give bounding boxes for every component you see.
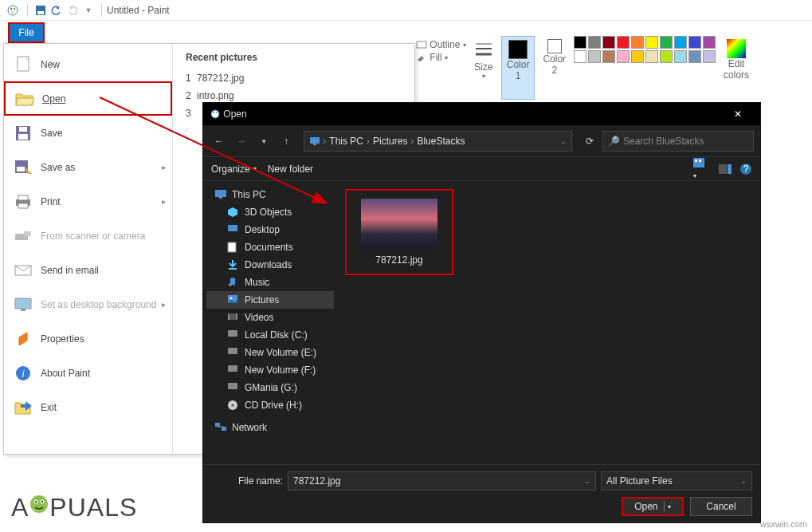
color-swatch[interactable] <box>688 36 701 49</box>
color-swatch[interactable] <box>574 36 586 49</box>
save-as-icon <box>12 158 34 177</box>
fill-button[interactable]: Fill ▾ <box>416 52 466 63</box>
help-icon[interactable]: ? <box>739 163 752 175</box>
file-list-pane[interactable]: 787212.jpg <box>337 181 760 464</box>
tree-videos[interactable]: Videos <box>206 309 334 326</box>
svg-rect-47 <box>228 313 229 320</box>
open-button[interactable]: Open ▾ <box>622 497 684 516</box>
color-swatch[interactable] <box>645 50 658 63</box>
organize-button[interactable]: Organize ▾ <box>211 164 257 175</box>
svg-rect-48 <box>236 313 237 320</box>
chevron-down-icon[interactable]: ⌄ <box>560 137 567 145</box>
close-icon[interactable]: ✕ <box>722 108 754 120</box>
color-swatch[interactable] <box>617 50 630 63</box>
qat-dropdown-icon[interactable]: ▼ <box>80 2 96 18</box>
tree-documents[interactable]: Documents <box>206 238 334 256</box>
drive-icon <box>227 382 240 393</box>
redo-qat-icon[interactable] <box>65 2 80 18</box>
outline-button[interactable]: Outline ▾ <box>416 39 466 50</box>
paint-small-icon <box>210 108 221 120</box>
color-swatch[interactable] <box>631 50 644 63</box>
breadcrumb[interactable]: › This PC› Pictures› BlueStacks ⌄ <box>304 131 572 152</box>
undo-qat-icon[interactable] <box>49 2 65 18</box>
drive-icon <box>227 365 240 376</box>
filename-input[interactable]: 787212.jpg⌄ <box>288 471 596 491</box>
chevron-down-icon[interactable]: ⌄ <box>584 477 590 485</box>
color-2-button[interactable]: Color 2 <box>538 36 571 100</box>
file-menu-about[interactable]: i About Paint <box>4 356 172 390</box>
svg-rect-10 <box>727 39 746 58</box>
search-input[interactable]: 🔎 Search BlueStacks <box>602 131 754 152</box>
color-swatch[interactable] <box>602 36 615 49</box>
tree-gmania-g[interactable]: GMania (G:) <box>206 379 334 396</box>
save-qat-icon[interactable] <box>33 2 49 18</box>
file-menu-save[interactable]: Save <box>4 116 172 150</box>
color-swatch[interactable] <box>660 36 673 49</box>
color-swatch[interactable] <box>631 36 644 49</box>
file-tab-button[interactable]: File <box>8 22 45 43</box>
cancel-button[interactable]: Cancel <box>690 497 752 516</box>
tree-cd-drive-h[interactable]: CD Drive (H:) <box>206 396 334 414</box>
svg-point-2 <box>14 7 16 10</box>
edit-colors-button[interactable]: Edit colors <box>719 36 754 100</box>
tree-pictures[interactable]: Pictures <box>206 291 334 309</box>
tree-local-disk-c[interactable]: Local Disk (C:) <box>206 326 334 344</box>
chevron-right-icon: ▸ <box>162 197 166 206</box>
file-menu-open[interactable]: Open <box>4 81 172 116</box>
nav-back-icon[interactable]: ← <box>210 132 229 151</box>
svg-rect-40 <box>219 197 222 199</box>
svg-text:?: ? <box>743 164 749 175</box>
tree-this-pc[interactable]: This PC <box>206 186 334 203</box>
color-swatch[interactable] <box>703 50 716 63</box>
file-menu-print[interactable]: Print ▸ <box>4 184 172 219</box>
nav-forward-icon[interactable]: → <box>232 132 251 151</box>
color-1-button[interactable]: Color 1 <box>501 36 535 100</box>
tree-volume-e[interactable]: New Volume (E:) <box>206 344 334 361</box>
recent-item[interactable]: 1787212.jpg <box>186 69 402 87</box>
title-bar: ▼ Untitled - Paint <box>0 0 812 21</box>
file-thumbnail[interactable]: 787212.jpg <box>345 189 453 275</box>
preview-pane-button[interactable] <box>719 164 732 174</box>
color-swatch[interactable] <box>588 50 601 63</box>
svg-point-1 <box>10 7 13 10</box>
email-icon <box>12 261 34 280</box>
file-menu-properties[interactable]: Properties <box>4 321 172 356</box>
color-swatch[interactable] <box>674 36 687 49</box>
qat-divider-2 <box>101 4 102 17</box>
tree-volume-f[interactable]: New Volume (F:) <box>206 361 334 379</box>
svg-rect-41 <box>228 225 237 231</box>
color-swatch[interactable] <box>674 50 687 63</box>
size-button[interactable]: Size▾ <box>469 36 498 100</box>
file-menu-save-as[interactable]: Save as ▸ <box>4 150 172 184</box>
view-mode-button[interactable]: ▾ <box>693 158 711 180</box>
color-swatch[interactable] <box>645 36 658 49</box>
file-menu-new[interactable]: New <box>4 47 172 81</box>
file-menu-email[interactable]: Send in email <box>4 253 172 287</box>
exit-icon <box>12 398 34 417</box>
recent-pictures-header: Recent pictures <box>186 52 402 63</box>
color-swatch[interactable] <box>574 50 586 63</box>
info-icon: i <box>12 364 34 383</box>
tree-downloads[interactable]: Downloads <box>206 256 334 274</box>
svg-rect-33 <box>695 160 697 162</box>
refresh-icon[interactable]: ⟳ <box>580 132 599 151</box>
tree-3d-objects[interactable]: 3D Objects <box>206 203 334 221</box>
paint-app-icon <box>6 4 19 17</box>
file-type-select[interactable]: All Picture Files⌄ <box>601 471 752 491</box>
nav-up-icon[interactable]: ↑ <box>277 132 296 151</box>
file-menu-exit[interactable]: Exit <box>4 390 172 424</box>
color-palette[interactable] <box>574 36 716 100</box>
new-folder-button[interactable]: New folder <box>268 164 313 175</box>
color-swatch[interactable] <box>617 36 630 49</box>
color-swatch[interactable] <box>602 50 615 63</box>
dialog-titlebar: Open ✕ <box>203 103 760 125</box>
tree-desktop[interactable]: Desktop <box>206 221 334 238</box>
tree-network[interactable]: Network <box>206 419 334 436</box>
color-swatch[interactable] <box>588 36 601 49</box>
color-swatch[interactable] <box>688 50 701 63</box>
tree-music[interactable]: Music <box>206 274 334 291</box>
nav-history-icon[interactable]: ▾ <box>254 132 273 151</box>
svg-rect-23 <box>15 298 31 309</box>
color-swatch[interactable] <box>703 36 716 49</box>
color-swatch[interactable] <box>660 50 673 63</box>
